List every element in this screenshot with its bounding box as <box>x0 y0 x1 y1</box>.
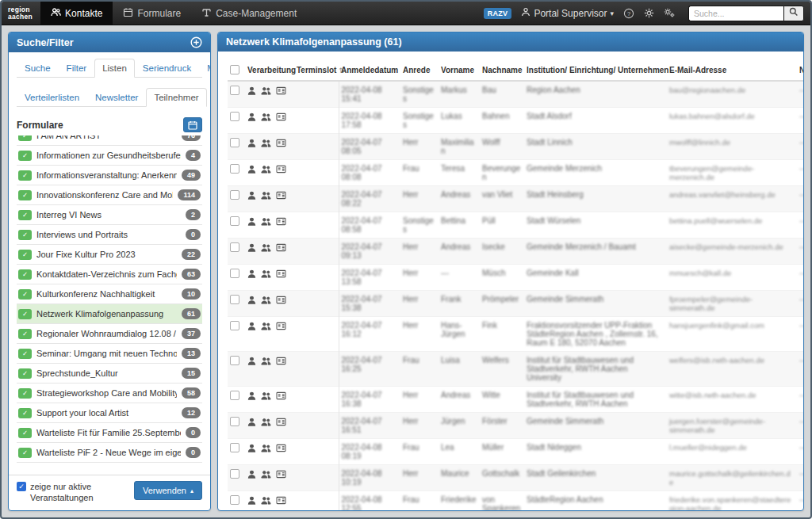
user-icon[interactable] <box>247 496 256 506</box>
user-icon[interactable] <box>247 444 256 454</box>
user-icon[interactable] <box>247 296 256 306</box>
contact-card-icon[interactable] <box>276 470 286 480</box>
tab-listen[interactable]: Listen <box>94 59 135 78</box>
row-checkbox[interactable] <box>230 216 239 226</box>
list-item-form[interactable]: ✓ Kontaktdaten-Verzeichnis zum Fachgespr… <box>17 265 202 284</box>
help-icon[interactable]: ? <box>623 8 634 19</box>
row-checkbox[interactable] <box>230 443 239 452</box>
row-checkbox[interactable] <box>230 321 239 330</box>
list-item-form[interactable]: ✓ Warteliste Fit für Familie 25.Septembe… <box>17 423 202 443</box>
user-icon[interactable] <box>247 418 256 428</box>
list-item-form[interactable]: ✓ Support your local Artist 12 <box>17 403 202 423</box>
user-icon[interactable] <box>247 165 256 175</box>
group-icon[interactable] <box>261 165 271 175</box>
list-item-form[interactable]: ✓ Interreg VI News 2 <box>17 205 202 225</box>
user-icon[interactable] <box>247 470 256 480</box>
tab-filter[interactable]: Filter <box>59 59 95 78</box>
user-menu[interactable]: Portal Supervisor ▾ <box>521 7 614 19</box>
contact-card-icon[interactable] <box>276 113 286 123</box>
list-item-form[interactable]: ✓ Regionaler Wohnraumdialog 12.08 / 02.0… <box>17 324 202 344</box>
select-all-checkbox[interactable] <box>230 65 239 74</box>
row-checkbox[interactable] <box>230 356 239 365</box>
user-icon[interactable] <box>247 391 256 402</box>
row-checkbox[interactable] <box>230 469 239 479</box>
nav-item-case-management[interactable]: Case-Management <box>191 2 307 25</box>
group-icon[interactable] <box>261 139 271 149</box>
row-checkbox[interactable] <box>230 269 239 278</box>
tab-suche[interactable]: Suche <box>17 59 59 78</box>
search-input[interactable] <box>688 6 783 21</box>
list-item-form[interactable]: ✓ Seminar: Umgang mit neuen Technologien… <box>17 344 202 364</box>
contact-card-icon[interactable] <box>276 444 286 454</box>
tab-seriendruck[interactable]: Seriendruck <box>135 59 199 78</box>
list-item-form[interactable]: ✓ Strategieworkshop Care and Mobility In… <box>17 384 202 403</box>
contact-card-icon[interactable] <box>276 269 286 280</box>
group-icon[interactable] <box>261 322 271 332</box>
group-icon[interactable] <box>261 269 271 280</box>
row-checkbox[interactable] <box>230 112 239 121</box>
list-item-form[interactable]: ✓ Netzwerk Klimafolgenanpassung 61 <box>17 304 202 324</box>
group-icon[interactable] <box>261 444 271 454</box>
user-icon[interactable] <box>247 269 256 280</box>
group-icon[interactable] <box>261 357 271 367</box>
tab-verteilerlisten[interactable]: Verteilerlisten <box>17 88 87 107</box>
nav-item-kontakte[interactable]: Kontakte <box>40 2 113 25</box>
list-item-form[interactable]: ✓ Sprechstunde_Kultur 15 <box>17 364 202 384</box>
search-button[interactable] <box>783 6 804 21</box>
contact-card-icon[interactable] <box>276 418 286 428</box>
row-checkbox[interactable] <box>230 138 239 147</box>
group-icon[interactable] <box>261 217 271 227</box>
row-checkbox[interactable] <box>230 391 239 400</box>
row-checkbox[interactable] <box>230 190 239 200</box>
tab-newsletter[interactable]: Newsletter <box>87 88 146 107</box>
list-item-form[interactable]: ✓ Kulturkonferenz Nachhaltigkeit 10 <box>17 284 202 304</box>
group-icon[interactable] <box>261 470 271 480</box>
group-icon[interactable] <box>261 113 271 123</box>
group-icon[interactable] <box>261 243 271 254</box>
col-terminslot[interactable]: Terminslot ⇅ <box>294 59 339 81</box>
contact-card-icon[interactable] <box>276 165 286 175</box>
contact-card-icon[interactable] <box>276 217 286 227</box>
list-item-form[interactable]: ✓ Warteliste PiF 2 - Neue Wege im eigene… <box>17 443 202 463</box>
cogs-icon[interactable] <box>664 8 676 18</box>
active-events-checkbox[interactable]: ✓ <box>17 482 26 491</box>
contact-card-icon[interactable] <box>276 86 286 97</box>
group-icon[interactable] <box>261 418 271 428</box>
row-checkbox[interactable] <box>230 295 239 304</box>
user-icon[interactable] <box>247 217 256 227</box>
group-icon[interactable] <box>261 86 271 97</box>
row-checkbox[interactable] <box>230 242 239 252</box>
row-checkbox[interactable] <box>230 417 239 426</box>
tab-mehr[interactable]: Mehr <box>199 59 210 78</box>
list-item-form[interactable]: ✓ Informationen zur Gesundheitsberufemes… <box>17 146 202 166</box>
list-item-form[interactable]: ✓ I AM AN ARTIST 76 <box>17 135 202 146</box>
list-item-form[interactable]: ✓ Innovationskonferenz Care and Mobility… <box>17 185 202 205</box>
list-item-form[interactable]: ✓ Jour Fixe Kultur Pro 2023 22 <box>17 245 202 265</box>
contact-card-icon[interactable] <box>276 243 286 254</box>
nav-item-formulare[interactable]: Formulare <box>113 2 191 25</box>
add-icon[interactable] <box>190 36 202 48</box>
user-icon[interactable] <box>247 243 256 254</box>
contact-card-icon[interactable] <box>276 296 286 306</box>
calendar-button[interactable] <box>183 117 202 132</box>
contact-card-icon[interactable] <box>276 322 286 332</box>
group-icon[interactable] <box>261 391 271 402</box>
user-icon[interactable] <box>247 322 256 332</box>
contact-card-icon[interactable] <box>276 191 286 201</box>
tab-teilnehmer[interactable]: Teilnehmer <box>146 88 206 107</box>
user-icon[interactable] <box>247 191 256 201</box>
row-checkbox[interactable] <box>230 495 239 505</box>
contact-card-icon[interactable] <box>276 391 286 402</box>
gear-icon[interactable] <box>644 8 654 18</box>
contact-card-icon[interactable] <box>276 496 286 506</box>
list-item-form[interactable]: ✓ Interviews und Portraits 0 <box>17 225 202 245</box>
row-checkbox[interactable] <box>230 86 239 95</box>
user-icon[interactable] <box>247 357 256 367</box>
group-icon[interactable] <box>261 496 271 506</box>
row-checkbox[interactable] <box>230 164 239 174</box>
verwenden-button[interactable]: Verwenden ▴ <box>134 481 202 500</box>
contact-card-icon[interactable] <box>276 357 286 367</box>
list-item-form[interactable]: ✓ Informationsveranstaltung: Anerkennung… <box>17 166 202 185</box>
user-icon[interactable] <box>247 113 256 123</box>
group-icon[interactable] <box>261 191 271 201</box>
